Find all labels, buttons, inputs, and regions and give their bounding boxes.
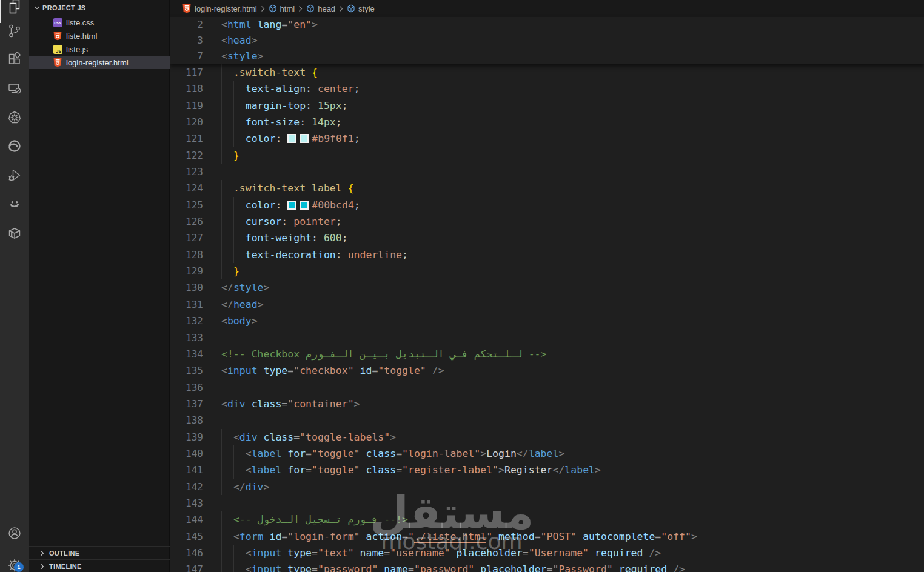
code-line-146: 146 <input type="text" name="username" p… [170, 545, 924, 561]
line-number: 142 [170, 479, 203, 495]
code-line-131: 131</head> [170, 296, 924, 313]
code-line-136: 136 [170, 379, 924, 396]
breadcrumb-item-html[interactable]: html [269, 4, 295, 13]
code-line-126: 126 cursor: pointer; [170, 213, 924, 230]
breadcrumb: login-register.htmlhtmlheadstyle [170, 0, 924, 17]
line-number: 126 [170, 213, 203, 230]
line-number: 135 [170, 362, 203, 379]
code-line-130: 130</style> [170, 279, 924, 296]
code-line-124: 124 .switch-text label { [170, 180, 924, 196]
activity-kubernetes[interactable] [0, 105, 29, 130]
code-line-120: 120 font-size: 14px; [170, 114, 924, 130]
file-item-liste.js[interactable]: JSliste.js [29, 42, 170, 56]
html5-icon [53, 58, 62, 67]
code-editor[interactable]: 117 .switch-text {118 text-align: center… [170, 64, 924, 572]
code-line-117: 117 .switch-text { [170, 64, 924, 81]
line-number: 123 [170, 164, 203, 180]
code-line-134: 134<!-- Checkbox لـلـتحكم فـي الـتبديل ب… [170, 346, 924, 362]
settings-badge: 1 [14, 562, 24, 572]
activity-run-debug[interactable] [0, 163, 29, 187]
code-line-141: 141 <label for="toggle" class="register-… [170, 462, 924, 478]
activity-source-control[interactable] [0, 19, 29, 43]
line-number: 121 [170, 130, 203, 147]
breadcrumb-item-login-register.html[interactable]: login-register.html [182, 4, 257, 13]
code-line-138: 138 [170, 412, 924, 428]
line-number: 132 [170, 313, 203, 329]
line-number: 145 [170, 528, 203, 545]
file-name: liste.css [66, 18, 94, 27]
line-number: 117 [170, 64, 203, 81]
sidebar-panel-timeline[interactable]: TIMELINE [29, 559, 170, 572]
line-number: 137 [170, 396, 203, 412]
code-line-143: 143 [170, 495, 924, 511]
symbol-cube-icon [306, 4, 315, 13]
line-number: 138 [170, 412, 203, 428]
timeline-panel-label: TIMELINE [49, 563, 82, 570]
line-number: 130 [170, 279, 203, 296]
file-item-liste.html[interactable]: liste.html [29, 29, 170, 42]
explorer-section-header[interactable]: PROJECT JS [29, 0, 170, 16]
chevron-right-icon [39, 550, 45, 556]
sidebar-panel-outline[interactable]: OUTLINE [29, 546, 170, 559]
sticky-line-7: 7<style> [170, 48, 924, 64]
css-file-icon: css [53, 18, 62, 27]
file-name: liste.html [66, 32, 97, 41]
line-number: 127 [170, 230, 203, 246]
activity-smiley-extension[interactable] [0, 192, 29, 216]
code-line-139: 139 <div class="toggle-labels"> [170, 429, 924, 445]
line-number: 3 [170, 33, 203, 48]
file-name: liste.js [66, 45, 88, 54]
color-swatch[interactable] [287, 201, 296, 210]
code-line-133: 133 [170, 330, 924, 346]
sticky-scroll: 2<html lang="en">3<head>7<style> [170, 17, 924, 64]
outline-panel-label: OUTLINE [49, 550, 79, 557]
code-line-123: 123 [170, 164, 924, 180]
html5-icon [53, 31, 62, 41]
line-number: 144 [170, 511, 203, 528]
js-file-icon: JS [53, 44, 62, 54]
line-number: 147 [170, 561, 203, 572]
code-line-129: 129 } [170, 263, 924, 279]
color-swatch[interactable] [287, 134, 296, 143]
project-folder-name: PROJECT JS [42, 4, 85, 12]
code-line-137: 137<div class="container"> [170, 396, 924, 412]
code-line-142: 142 </div> [170, 479, 924, 495]
activity-containers[interactable] [0, 221, 29, 245]
code-line-122: 122 } [170, 147, 924, 164]
line-number: 139 [170, 429, 203, 445]
line-number: 140 [170, 445, 203, 462]
line-number: 141 [170, 462, 203, 478]
chevron-right-icon [338, 5, 344, 12]
file-item-liste.css[interactable]: cssliste.css [29, 16, 170, 29]
sticky-line-3: 3<head> [170, 33, 924, 48]
code-line-132: 132<body> [170, 313, 924, 329]
breadcrumb-item-head[interactable]: head [306, 4, 335, 13]
chevron-right-icon [298, 5, 303, 12]
color-swatch[interactable] [300, 134, 309, 143]
symbol-cube-icon [269, 4, 277, 13]
activity-remote-explorer[interactable] [0, 76, 29, 101]
code-line-135: 135<input type="checkbox" id="toggle" /> [170, 362, 924, 379]
code-line-140: 140 <label for="toggle" class="login-lab… [170, 445, 924, 462]
line-number: 129 [170, 263, 203, 279]
line-number: 122 [170, 147, 203, 164]
activity-explorer[interactable] [0, 0, 29, 20]
activity-extensions[interactable] [0, 47, 29, 72]
activity-edge-browser[interactable] [0, 134, 29, 158]
code-line-119: 119 margin-top: 15px; [170, 98, 924, 114]
breadcrumb-item-style[interactable]: style [347, 4, 375, 13]
code-line-125: 125 color: #00bcd4; [170, 197, 924, 213]
file-item-login-register.html[interactable]: login-register.html [29, 56, 170, 69]
color-swatch[interactable] [300, 201, 309, 210]
activity-bar: 1 [0, 0, 29, 572]
line-number: 131 [170, 296, 203, 313]
line-number: 128 [170, 247, 203, 263]
sidebar-explorer: PROJECT JS cssliste.cssliste.htmlJSliste… [29, 0, 170, 572]
activity-account[interactable] [0, 521, 29, 545]
symbol-cube-icon [347, 4, 355, 13]
line-number: 146 [170, 545, 203, 561]
code-line-144: 144 <!-- فـورم تـسجيل الـدخول --> [170, 511, 924, 528]
code-line-147: 147 <input type="password" name="passwor… [170, 561, 924, 572]
sticky-line-2: 2<html lang="en"> [170, 17, 924, 33]
line-number: 2 [170, 17, 203, 33]
